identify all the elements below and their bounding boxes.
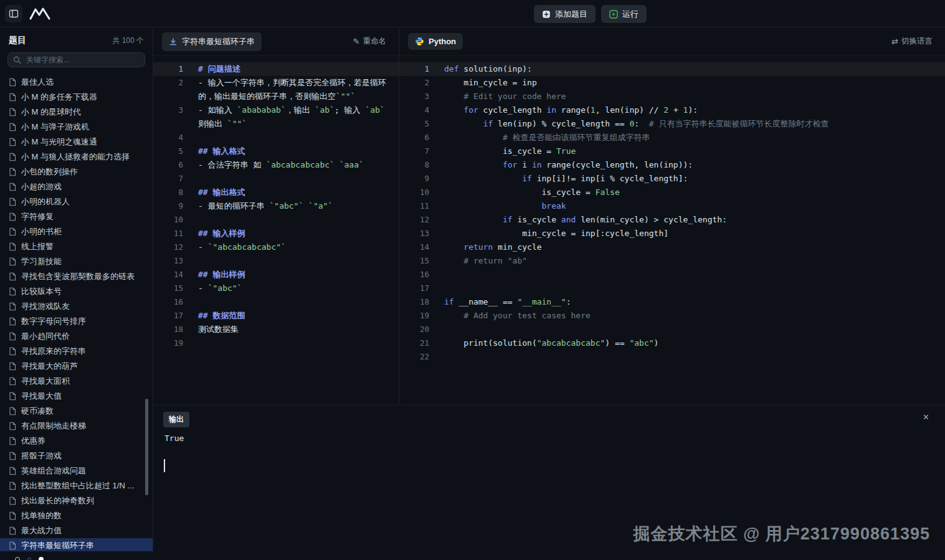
sidebar-item[interactable]: 寻找原来的字符串 (0, 344, 153, 359)
document-icon (9, 108, 16, 116)
document-icon (9, 496, 16, 505)
sidebar-item-label: 字符修复 (21, 211, 54, 222)
editor-line[interactable]: 4 for cycle_length in range(1, len(inp) … (399, 103, 945, 117)
editor-line[interactable]: 6 # 检查是否能由该循环节重复组成字符串 (399, 131, 945, 145)
switch-language-button[interactable]: ⇄ 切换语言 (888, 36, 936, 47)
sidebar-item[interactable]: 数字字母问号排序 (0, 314, 153, 329)
editor-line[interactable]: 13 min_cycle = inp[:cycle_length] (399, 227, 945, 240)
sidebar-item[interactable]: 硬币凑数 (0, 404, 153, 419)
document-icon (9, 78, 16, 87)
editor-line[interactable]: 7 is_cycle = True (399, 145, 945, 158)
sidebar-item[interactable]: 小包的数列操作 (0, 164, 153, 179)
output-tab[interactable]: 输出 (163, 412, 189, 427)
sidebar-item[interactable]: 摇骰子游戏 (0, 448, 153, 463)
editor-line[interactable]: 9 if inp[i]!= inp[i % cycle_length]: (399, 172, 945, 186)
editor-line[interactable]: 19 (153, 336, 399, 350)
editor-line[interactable]: 8 for i in range(cycle_length, len(inp))… (399, 158, 945, 172)
editor-line[interactable]: 2 min_cycle = inp (399, 76, 945, 90)
add-problem-button[interactable]: 添加题目 (534, 5, 596, 23)
editor-line[interactable]: 2- 输入一个字符串，判断其是否完全循环，若是循环的，输出最短的循环子串，否则输… (153, 76, 399, 103)
sidebar-item[interactable]: 英雄组合游戏问题 (0, 463, 153, 478)
sidebar-item[interactable]: 有点限制地走楼梯 (0, 419, 153, 434)
language-tab[interactable]: Python (408, 33, 463, 50)
editor-line[interactable]: 6- 合法字符串 如 `abcabcabcabc` `aaa` (153, 158, 399, 172)
editor-line[interactable]: 11 break (399, 199, 945, 213)
editor-line[interactable]: 16 (399, 268, 945, 282)
editor-line[interactable]: 18if __name__ == "__main__": (399, 295, 945, 309)
editor-line[interactable]: 14 return min_cycle (399, 240, 945, 254)
editor-line[interactable]: 15 # return "ab" (399, 254, 945, 268)
sidebar-item[interactable]: 寻找最大的葫芦 (0, 359, 153, 374)
document-icon (9, 257, 16, 266)
editor-line[interactable]: 3 # Edit your code here (399, 90, 945, 103)
line-number: 8 (153, 186, 183, 199)
editor-line[interactable]: 16 (153, 295, 399, 309)
problem-title-chip[interactable]: 字符串最短循环子串 (162, 32, 262, 51)
editor-line[interactable]: 21 print(solution("abcabcabcabc") == "ab… (399, 336, 945, 350)
sidebar: 题目 共 100 个 最佳人选小 M 的多任务下载器小 M 的星球时代小 M 与… (0, 27, 153, 551)
editor-line[interactable]: 11## 输入样例 (153, 227, 399, 240)
editor-line[interactable]: 1# 问题描述 (153, 62, 399, 76)
sidebar-item[interactable]: 优惠券 (0, 434, 153, 448)
sidebar-item[interactable]: 最小趋同代价 (0, 329, 153, 344)
editor-line[interactable]: 1def solution(inp): (399, 62, 945, 76)
sidebar-item[interactable]: 寻找游戏队友 (0, 299, 153, 314)
run-button[interactable]: 运行 (601, 5, 647, 23)
editor-line[interactable]: 13 (153, 254, 399, 268)
line-content (183, 213, 399, 227)
sidebar-item[interactable]: 寻找最大值 (0, 389, 153, 404)
editor-line[interactable]: 5 if len(inp) % cycle_length == 0: # 只有当… (399, 117, 945, 131)
editor-line[interactable]: 12 if is_cycle and len(min_cycle) > cycl… (399, 213, 945, 227)
editor-line[interactable]: 12- `"abcabcabcabc"` (153, 240, 399, 254)
editor-line[interactable]: 18测试数据集 (153, 323, 399, 336)
editor-line[interactable]: 3- 如输入 `abababab`，输出 `ab`; 输入 `ab` 则输出 `… (153, 103, 399, 131)
sidebar-item[interactable]: 找出最长的神奇数列 (0, 493, 153, 508)
editor-line[interactable]: 15- `"abc"` (153, 282, 399, 295)
sidebar-item[interactable]: 小超的游戏 (0, 179, 153, 194)
editor-line[interactable]: 19 # Add your test cases here (399, 309, 945, 323)
code-editor[interactable]: 1def solution(inp):2 min_cycle = inp3 # … (399, 56, 945, 405)
line-number: 12 (399, 213, 429, 227)
sidebar-item[interactable]: 最佳人选 (0, 75, 153, 90)
sidebar-item[interactable]: 找出整型数组中占比超过 1/N ... (0, 478, 153, 493)
switch-language-label: 切换语言 (901, 36, 933, 47)
editor-line[interactable]: 4 (153, 131, 399, 145)
editor-line[interactable]: 10 (153, 213, 399, 227)
sidebar-item[interactable]: 字符修复 (0, 209, 153, 224)
editor-line[interactable]: 14## 输出样例 (153, 268, 399, 282)
sidebar-scrollbar[interactable] (145, 399, 148, 495)
sidebar-item[interactable]: 比较版本号 (0, 284, 153, 299)
sidebar-item[interactable]: 线上报警 (0, 239, 153, 254)
line-number: 21 (399, 336, 429, 350)
sidebar-item[interactable]: 小 M 与光明之魂速通 (0, 135, 153, 149)
sidebar-item[interactable]: 字符串最短循环子串 (0, 538, 153, 551)
close-output-button[interactable]: × (919, 412, 933, 423)
rename-button[interactable]: ✎ 重命名 (349, 36, 390, 47)
editor-line[interactable]: 22 (399, 350, 945, 364)
editor-line[interactable]: 5## 输入格式 (153, 145, 399, 158)
sidebar-item[interactable]: 小 M 与狼人拯救者的能力选择 (0, 149, 153, 164)
search-input[interactable] (25, 55, 140, 65)
search-box[interactable] (7, 52, 145, 67)
editor-line[interactable]: 20 (399, 323, 945, 336)
line-content: # 问题描述 (183, 62, 399, 76)
sidebar-toggle-button[interactable] (5, 5, 22, 22)
editor-line[interactable]: 17## 数据范围 (153, 309, 399, 323)
sidebar-item[interactable]: 小 M 的多任务下载器 (0, 90, 153, 105)
editor-line[interactable]: 9- 最短的循环子串 `"abc"` `"a"` (153, 199, 399, 213)
problem-editor[interactable]: 1# 问题描述2- 输入一个字符串，判断其是否完全循环，若是循环的，输出最短的循… (153, 56, 399, 405)
editor-line[interactable]: 17 (399, 282, 945, 295)
sidebar-item[interactable]: 小 M 的星球时代 (0, 105, 153, 120)
sidebar-item[interactable]: 小明的机器人 (0, 194, 153, 209)
editor-line[interactable]: 7 (153, 172, 399, 186)
sidebar-item[interactable]: 找单独的数 (0, 508, 153, 523)
editor-line[interactable]: 8## 输出格式 (153, 186, 399, 199)
sidebar-item[interactable]: 最大战力值 (0, 523, 153, 538)
sidebar-item[interactable]: 学习新技能 (0, 254, 153, 269)
sidebar-item[interactable]: 寻找最大面积 (0, 374, 153, 389)
sidebar-item[interactable]: 寻找包含斐波那契数最多的链表 (0, 269, 153, 284)
line-content: return min_cycle (429, 240, 945, 254)
sidebar-item[interactable]: 小 M 与弹子游戏机 (0, 120, 153, 135)
sidebar-item[interactable]: 小明的书柜 (0, 224, 153, 239)
editor-line[interactable]: 10 is_cycle = False (399, 186, 945, 199)
